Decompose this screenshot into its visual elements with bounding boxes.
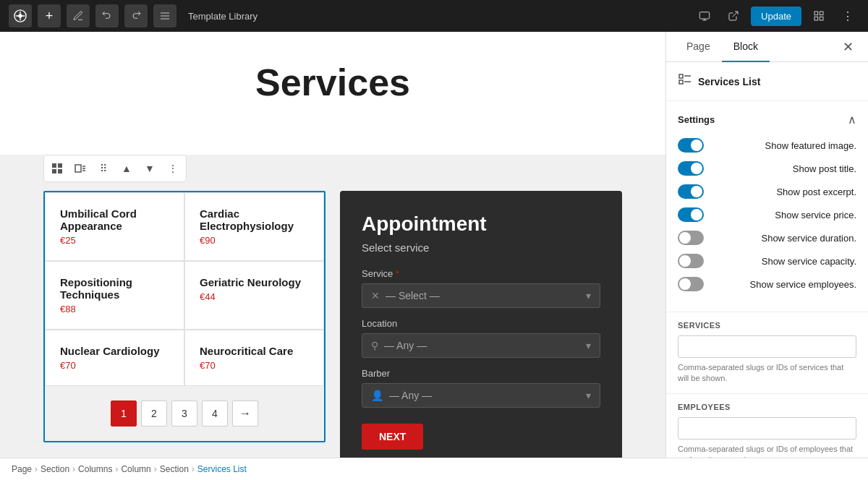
tab-block[interactable]: Block (722, 32, 770, 62)
service-name: Neurocritical Care (200, 345, 309, 357)
next-button[interactable]: NEXT (362, 424, 423, 450)
chevron-down-icon: ▾ (586, 390, 591, 401)
appointment-title: Appointment (362, 213, 600, 236)
toggle-show-service-price[interactable] (678, 207, 704, 222)
service-price: €88 (60, 304, 169, 314)
list-item[interactable]: Umbilical Cord Appearance €25 (45, 192, 184, 261)
breadcrumb-column[interactable]: Column (121, 464, 150, 474)
undo-button[interactable] (95, 4, 119, 27)
collapse-settings-icon[interactable]: ∧ (848, 113, 856, 127)
service-price: €25 (60, 235, 169, 246)
appointment-widget: Appointment Select service Service * ✕ —… (340, 191, 622, 458)
person-icon: 👤 (371, 390, 383, 401)
svg-line-8 (733, 12, 738, 17)
preview-button[interactable] (693, 4, 716, 27)
services-input[interactable] (678, 335, 856, 358)
list-item[interactable]: Nuclear Cardiology €70 (45, 330, 184, 386)
panel-close-button[interactable]: ✕ (837, 33, 859, 61)
breadcrumb-sep-1: › (35, 464, 38, 474)
block-type-button[interactable] (70, 158, 90, 179)
setting-show-service-duration: Show service duration. (678, 231, 856, 245)
tools-button[interactable] (67, 4, 90, 27)
setting-label-service-capacity: Show service capacity. (762, 256, 856, 267)
svg-rect-16 (58, 169, 62, 173)
service-name: Repositioning Techniques (60, 276, 169, 301)
list-item[interactable]: Repositioning Techniques €88 (45, 261, 184, 330)
setting-show-service-capacity: Show service capacity. (678, 254, 856, 268)
toggle-show-featured-image[interactable] (678, 138, 704, 153)
toggle-show-service-capacity[interactable] (678, 254, 704, 268)
setting-label-service-duration: Show service duration. (761, 233, 856, 244)
breadcrumb: Page › Section › Columns › Column › Sect… (0, 458, 868, 480)
page-2-button[interactable]: 2 (141, 400, 167, 427)
main-layout: Services ⠿ ▲ ▼ ⋮ (0, 32, 868, 458)
setting-label-service-employees: Show service employees. (750, 279, 856, 290)
toggle-show-post-title[interactable] (678, 161, 704, 176)
service-name: Umbilical Cord Appearance (60, 207, 169, 232)
external-link-button[interactable] (722, 4, 745, 27)
update-button[interactable]: Update (751, 7, 801, 26)
panel-section-title: Services List (698, 76, 760, 87)
service-name: Nuclear Cardiology (60, 345, 169, 357)
tools-menu-button[interactable] (153, 4, 176, 27)
services-list-icon (678, 72, 692, 90)
svg-rect-5 (699, 12, 709, 19)
toggle-show-service-duration[interactable] (678, 231, 704, 245)
service-name: Cardiac Electrophysiology (200, 207, 309, 232)
wp-logo[interactable] (9, 4, 32, 27)
setting-label-service-price: Show service price. (775, 210, 856, 220)
svg-rect-10 (820, 12, 823, 15)
add-block-button[interactable]: + (38, 4, 61, 27)
move-up-button[interactable]: ▲ (116, 158, 137, 179)
breadcrumb-sep-2: › (72, 464, 75, 474)
toggle-show-service-employees[interactable] (678, 277, 704, 291)
list-item[interactable]: Cardiac Electrophysiology €90 (184, 192, 324, 261)
employees-subsection: EMPLOYEES Comma-separated slugs or IDs o… (666, 393, 868, 458)
breadcrumb-section-2[interactable]: Section (160, 464, 189, 474)
drag-handle[interactable]: ⠿ (93, 158, 114, 179)
pagination: 1 2 3 4 → (45, 386, 324, 441)
setting-label-featured-image: Show featured image. (765, 140, 856, 151)
next-page-button[interactable]: → (232, 400, 258, 427)
breadcrumb-section-1[interactable]: Section (41, 464, 69, 474)
toggle-show-post-excerpt[interactable] (678, 184, 704, 199)
settings-button[interactable] (807, 4, 830, 27)
list-item[interactable]: Geriatric Neurology €44 (184, 261, 324, 330)
location-icon: ⚲ (371, 340, 378, 351)
topbar: + Template Library Update ⋮ (0, 0, 868, 32)
breadcrumb-columns[interactable]: Columns (78, 464, 112, 474)
breadcrumb-sep-3: › (115, 464, 118, 474)
setting-label-post-excerpt: Show post excerpt. (776, 187, 856, 197)
service-select[interactable]: ✕ — Select — ▾ (362, 283, 600, 308)
redo-button[interactable] (124, 4, 148, 27)
right-panel: Page Block ✕ Services List Settings ∧ Sh… (665, 32, 868, 458)
breadcrumb-services-list[interactable]: Services List (197, 464, 247, 474)
barber-select[interactable]: 👤 — Any — ▾ (362, 383, 600, 408)
services-grid: Umbilical Cord Appearance €25 Cardiac El… (45, 192, 324, 386)
tab-page[interactable]: Page (675, 32, 722, 62)
svg-rect-9 (814, 12, 818, 15)
breadcrumb-page[interactable]: Page (12, 464, 32, 474)
setting-show-service-employees: Show service employees. (678, 277, 856, 291)
service-label: Service * (362, 268, 600, 279)
grid-view-button[interactable] (47, 158, 67, 179)
page-1-button[interactable]: 1 (111, 400, 137, 427)
location-select[interactable]: ⚲ — Any — ▾ (362, 333, 600, 358)
setting-show-post-title: Show post title. (678, 161, 856, 176)
settings-header: Settings ∧ (678, 113, 856, 127)
panel-section-header: Services List (666, 62, 868, 101)
page-3-button[interactable]: 3 (171, 400, 197, 427)
page-4-button[interactable]: 4 (202, 400, 228, 427)
svg-rect-11 (814, 17, 818, 20)
move-down-button[interactable]: ▼ (140, 158, 160, 179)
service-price: €70 (60, 360, 169, 371)
block-more-button[interactable]: ⋮ (163, 158, 183, 179)
service-field: Service * ✕ — Select — ▾ (362, 268, 600, 308)
breadcrumb-sep-5: › (192, 464, 195, 474)
service-price: €90 (200, 235, 309, 246)
block-toolbar: ⠿ ▲ ▼ ⋮ (43, 155, 187, 182)
employees-input[interactable] (678, 417, 856, 440)
settings-section: Settings ∧ Show featured image. Show pos… (666, 101, 868, 312)
list-item[interactable]: Neurocritical Care €70 (184, 330, 324, 386)
more-options-button[interactable]: ⋮ (836, 4, 859, 27)
